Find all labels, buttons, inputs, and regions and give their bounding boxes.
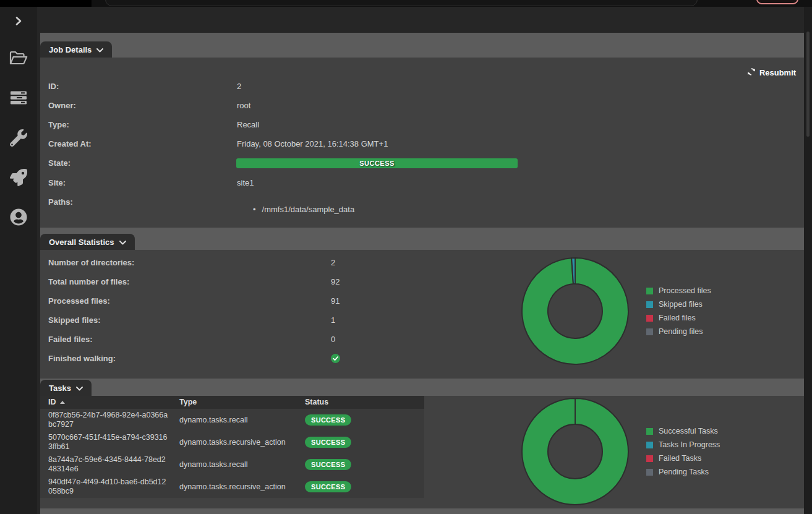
stat-value: 1: [331, 315, 335, 325]
task-id-cell: 940df47e-4f49-4d10-bae6-db5d12058bc9: [48, 478, 169, 496]
app-window: Job Details ID:2Owner:rootType:RecallCre…: [0, 0, 812, 514]
status-badge: SUCCESS: [305, 481, 351, 492]
tasks-header-strip: Tasks: [40, 379, 804, 396]
field-label: State:: [48, 158, 71, 168]
legend-item[interactable]: Failed files: [646, 311, 711, 325]
legend-label: Processed files: [659, 286, 711, 295]
column-header-status[interactable]: Status: [305, 396, 328, 409]
legend-item[interactable]: Pending files: [646, 325, 711, 338]
job-field-row: Type:Recall: [48, 120, 792, 130]
table-row[interactable]: 940df47e-4f49-4d10-bae6-db5d12058bc9dyna…: [40, 476, 424, 498]
legend-swatch: [646, 442, 653, 448]
tasks-chart-legend: Successful TasksTasks In ProgressFailed …: [646, 424, 720, 479]
resubmit-button[interactable]: Resubmit: [743, 64, 800, 81]
job-details-body: ID:2Owner:rootType:RecallCreated At:Frid…: [40, 58, 804, 228]
status-badge: SUCCESS: [305, 414, 351, 426]
field-label: Type:: [48, 120, 69, 130]
stat-value: 92: [331, 277, 340, 287]
field-label: Created At:: [48, 139, 92, 149]
tasks-tab[interactable]: Tasks: [40, 380, 92, 396]
legend-item[interactable]: Successful Tasks: [646, 424, 720, 438]
field-label: Owner:: [48, 101, 76, 111]
stat-label: Total number of files:: [48, 277, 129, 287]
legend-item[interactable]: Pending Tasks: [646, 465, 720, 479]
user-circle-icon: [10, 208, 27, 226]
legend-label: Failed files: [659, 314, 696, 322]
stat-value: 2: [331, 258, 335, 268]
next-section-header-strip: [40, 508, 804, 514]
sidebar-item-tools[interactable]: [10, 129, 27, 147]
stat-value: 0: [331, 335, 335, 345]
files-chart-legend: Processed filesSkipped filesFailed files…: [646, 284, 711, 338]
browser-toolbar-left: [0, 0, 92, 7]
stat-label: Finished walking:: [48, 354, 116, 364]
url-bar[interactable]: [105, 0, 698, 6]
server-stack-icon: [10, 91, 27, 105]
stat-label: Number of directories:: [48, 258, 134, 268]
sidebar-expand-button[interactable]: [14, 16, 24, 26]
legend-item[interactable]: Tasks In Progress: [646, 438, 720, 452]
job-field-row: Paths:: [48, 197, 792, 207]
rocket-icon: [10, 169, 27, 186]
field-value: root: [237, 101, 250, 111]
page-scrollbar[interactable]: [804, 7, 812, 514]
status-badge: SUCCESS: [305, 459, 351, 470]
overall-statistics-section: Overall Statistics Number of directories…: [40, 228, 804, 379]
job-details-tab[interactable]: Job Details: [40, 41, 112, 58]
legend-swatch: [646, 301, 653, 308]
column-header-type[interactable]: Type: [179, 396, 197, 409]
legend-item[interactable]: Skipped files: [646, 298, 711, 311]
overall-statistics-body: Number of directories:2Total number of f…: [40, 250, 804, 379]
chevron-right-icon: [14, 16, 24, 26]
legend-swatch: [646, 428, 653, 435]
tasks-table-header: ID Type Status: [40, 396, 424, 409]
sidebar-item-account[interactable]: [10, 208, 27, 226]
field-value: 2: [237, 82, 241, 92]
sidebar-item-jobs[interactable]: [10, 169, 27, 186]
job-details-section: Job Details ID:2Owner:rootType:RecallCre…: [40, 33, 804, 228]
legend-swatch: [646, 315, 653, 322]
field-label: ID:: [48, 82, 59, 92]
legend-item[interactable]: Failed Tasks: [646, 452, 720, 465]
tasks-table: ID Type Status 0f87cb56-24b7-4968-92e4-a…: [40, 396, 424, 498]
stat-label: Processed files:: [48, 296, 110, 306]
overall-statistics-tab[interactable]: Overall Statistics: [40, 234, 135, 250]
table-row[interactable]: 8a744a7c-59e6-4345-8444-78ed248314e6dyna…: [40, 453, 424, 476]
job-field-row: Created At:Friday, 08 October 2021, 16:1…: [48, 139, 792, 149]
tasks-section: Tasks ID Type Status 0f87cb56-24b7-4968-…: [40, 379, 804, 508]
legend-label: Failed Tasks: [659, 454, 701, 463]
task-type-cell: dynamo.tasks.recursive_action: [179, 476, 286, 498]
legend-label: Pending files: [659, 327, 703, 336]
task-type-cell: dynamo.tasks.recursive_action: [179, 431, 286, 453]
donut-slice-successful-tasks: [522, 398, 628, 505]
table-row[interactable]: 5070c667-451f-415e-a794-c393163ffb61dyna…: [40, 431, 424, 453]
scrollbar-thumb[interactable]: [806, 32, 810, 137]
sidebar-nav: [0, 7, 37, 514]
field-value: site1: [237, 178, 254, 188]
chevron-down-icon: [76, 383, 83, 393]
legend-swatch: [646, 469, 653, 476]
tasks-donut-chart: [519, 396, 631, 507]
record-button[interactable]: [756, 0, 798, 4]
field-label: Site:: [48, 178, 66, 188]
legend-item[interactable]: Processed files: [646, 284, 711, 298]
status-badge: SUCCESS: [305, 437, 351, 448]
job-field-row: State:SUCCESS: [48, 158, 792, 168]
sidebar-item-queues[interactable]: [10, 91, 27, 105]
legend-swatch: [646, 455, 653, 462]
sidebar-item-files[interactable]: [9, 50, 28, 66]
path-value: /mmfs1/data/sample_data: [262, 205, 355, 214]
task-type-cell: dynamo.tasks.recall: [179, 409, 247, 431]
legend-swatch: [646, 288, 653, 294]
task-type-cell: dynamo.tasks.recall: [179, 453, 247, 476]
task-id-cell: 0f87cb56-24b7-4968-92e4-a0366abc7927: [48, 411, 169, 429]
legend-label: Pending Tasks: [659, 468, 709, 476]
check-circle-icon: [331, 354, 340, 366]
refresh-icon: [747, 67, 756, 78]
stat-label: Skipped files:: [48, 315, 101, 325]
field-value: Friday, 08 October 2021, 16:14:38 GMT+1: [237, 139, 388, 149]
table-row[interactable]: 0f87cb56-24b7-4968-92e4-a0366abc7927dyna…: [40, 409, 424, 431]
legend-label: Skipped files: [659, 300, 703, 309]
column-header-id[interactable]: ID: [48, 396, 65, 409]
tasks-tab-label: Tasks: [49, 383, 71, 393]
